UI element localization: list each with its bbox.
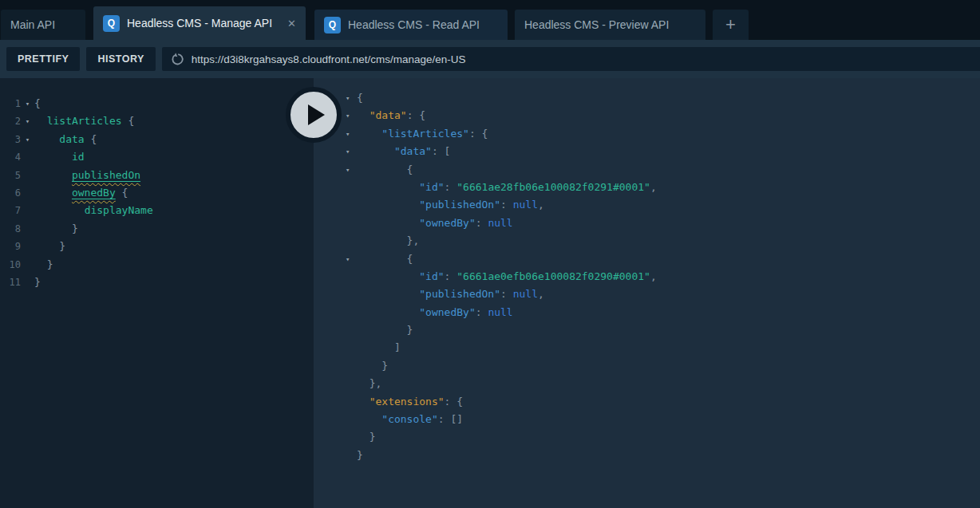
code-text: "data": [ — [357, 143, 450, 160]
tab-label: Main API — [10, 18, 55, 31]
code-line: 11} — [0, 274, 314, 291]
line-number: 11 — [0, 274, 21, 291]
tab-label: Headless CMS - Read API — [348, 18, 480, 31]
tab-headless-cms-read-api[interactable]: Q Headless CMS - Read API — [314, 10, 508, 40]
code-line: "ownedBy": null — [314, 215, 980, 232]
code-line: "extensions": { — [314, 393, 980, 411]
code-line: }, — [314, 375, 980, 392]
tab-main-api[interactable]: Main API — [1, 10, 85, 40]
code-text: "id": "6661ae28fb06e100082f0291#0001", — [357, 179, 657, 196]
code-line: 3▾ data { — [0, 131, 314, 148]
code-text: }, — [357, 232, 419, 250]
graphql-playground-window: Main API Q Headless CMS - Manage API ✕ Q… — [0, 0, 980, 508]
response-pane: ▾{▾ "data": {▾ "listArticles": {▾ "data"… — [314, 78, 980, 508]
code-text: "publishedOn": null, — [357, 286, 544, 303]
endpoint-url: https://d3i8krgahsays8.cloudfront.net/cm… — [192, 53, 466, 65]
code-line: ▾ { — [314, 250, 980, 268]
code-line: 8 } — [0, 220, 314, 238]
toolbar: PRETTIFY HISTORY https://d3i8krgahsays8.… — [0, 40, 980, 78]
code-line: ▾ "listArticles": { — [314, 125, 980, 143]
fold-arrow-icon[interactable]: ▾ — [346, 89, 357, 107]
fold-gutter — [21, 256, 34, 274]
history-button[interactable]: HISTORY — [86, 47, 155, 71]
fold-gutter — [346, 411, 357, 428]
code-text: "extensions": { — [357, 393, 463, 411]
code-line: 2▾ listArticles { — [0, 112, 314, 130]
plus-icon: + — [725, 16, 736, 33]
fold-arrow-icon[interactable]: ▾ — [21, 131, 34, 148]
code-line: "id": "6661ae28fb06e100082f0291#0001", — [314, 179, 980, 196]
tab-headless-cms-preview-api[interactable]: Headless CMS - Preview API — [515, 10, 705, 40]
line-number: 7 — [0, 202, 21, 219]
line-number: 2 — [0, 112, 21, 130]
fold-gutter — [346, 215, 357, 232]
fold-arrow-icon[interactable]: ▾ — [21, 95, 34, 112]
code-text: }, — [357, 375, 381, 392]
refresh-icon — [171, 53, 184, 66]
query-editor-pane[interactable]: 1▾{2▾ listArticles {3▾ data {4 id5 publi… — [0, 78, 314, 508]
fold-gutter — [346, 304, 357, 321]
fold-gutter — [346, 447, 357, 464]
prettify-button[interactable]: PRETTIFY — [6, 47, 80, 71]
fold-gutter — [21, 274, 34, 291]
code-line: "id": "6661ae0efb06e100082f0290#0001", — [314, 268, 980, 286]
code-text: } — [34, 256, 53, 274]
fold-arrow-icon[interactable]: ▾ — [346, 143, 357, 160]
code-text: "console": [] — [357, 411, 463, 428]
code-text: "ownedBy": null — [357, 304, 513, 321]
fold-gutter — [346, 268, 357, 286]
warning-underlined-field: ownedBy — [72, 187, 116, 199]
code-text: ownedBy { — [34, 184, 128, 202]
fold-gutter — [21, 167, 34, 184]
fold-gutter — [21, 148, 34, 166]
code-line: } — [314, 321, 980, 339]
code-text: data { — [34, 131, 97, 148]
fold-gutter — [346, 179, 357, 196]
new-tab-button[interactable]: + — [713, 10, 749, 40]
code-line: } — [314, 428, 980, 446]
line-number: 10 — [0, 256, 21, 274]
response-viewer: ▾{▾ "data": {▾ "listArticles": {▾ "data"… — [314, 78, 980, 464]
fold-arrow-icon[interactable]: ▾ — [346, 161, 357, 179]
code-text: "data": { — [357, 107, 425, 124]
fold-arrow-icon[interactable]: ▾ — [21, 112, 34, 130]
play-icon — [308, 104, 325, 125]
query-editor[interactable]: 1▾{2▾ listArticles {3▾ data {4 id5 publi… — [0, 78, 314, 291]
fold-gutter — [346, 286, 357, 303]
query-icon: Q — [324, 17, 341, 33]
code-line: 7 displayName — [0, 202, 314, 219]
code-text: } — [357, 428, 375, 446]
line-number: 4 — [0, 148, 21, 166]
line-number: 6 — [0, 184, 21, 202]
code-text: } — [34, 220, 78, 238]
fold-gutter — [21, 238, 34, 255]
fold-arrow-icon[interactable]: ▾ — [346, 250, 357, 268]
code-line: "console": [] — [314, 411, 980, 428]
fold-gutter — [346, 357, 357, 375]
fold-arrow-icon[interactable]: ▾ — [346, 125, 357, 143]
endpoint-url-field[interactable]: https://d3i8krgahsays8.cloudfront.net/cm… — [162, 47, 980, 71]
tab-headless-cms-manage-api[interactable]: Q Headless CMS - Manage API ✕ — [93, 6, 306, 40]
fold-gutter — [21, 202, 34, 219]
fold-arrow-icon[interactable]: ▾ — [346, 107, 357, 124]
tab-label: Headless CMS - Preview API — [524, 18, 669, 31]
fold-gutter — [346, 428, 357, 446]
code-line: 4 id — [0, 148, 314, 166]
code-line: 1▾{ — [0, 95, 314, 112]
code-text: } — [34, 238, 65, 255]
fold-gutter — [346, 393, 357, 411]
fold-gutter — [346, 196, 357, 214]
code-text: { — [357, 89, 363, 107]
code-text: } — [357, 357, 388, 375]
code-line: 5 publishedOn — [0, 167, 314, 184]
code-line: }, — [314, 232, 980, 250]
fold-gutter — [346, 232, 357, 250]
fold-gutter — [21, 220, 34, 238]
warning-underlined-field: publishedOn — [72, 169, 140, 181]
code-text: ] — [357, 339, 401, 356]
close-tab-icon[interactable]: ✕ — [279, 18, 296, 30]
code-text: } — [357, 321, 413, 339]
query-icon: Q — [103, 15, 120, 32]
execute-query-button[interactable] — [286, 87, 342, 143]
code-line: "publishedOn": null, — [314, 196, 980, 214]
